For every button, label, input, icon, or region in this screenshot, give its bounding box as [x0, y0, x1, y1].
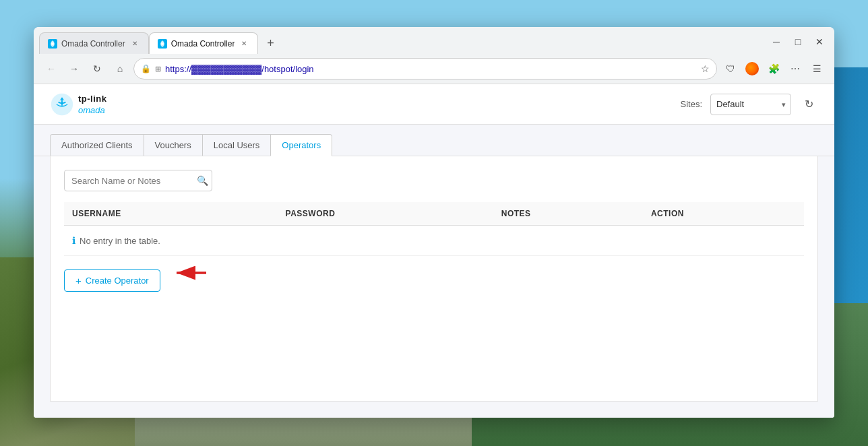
main-panel: 🔍 USERNAME PASSWORD NOTES ACTION	[50, 156, 818, 402]
window-controls: ─ □ ✕	[767, 32, 829, 51]
sites-select-wrap: Default	[710, 94, 791, 115]
forward-button[interactable]: →	[65, 59, 84, 78]
search-input[interactable]	[64, 170, 212, 191]
svg-point-1	[51, 42, 54, 45]
tabs-nav: Authorized Clients Vouchers Local Users …	[34, 125, 834, 156]
address-bar[interactable]: 🔒 ⊞ https://▓▓▓▓▓▓▓▓▓▓▓/hotspot/login ☆	[133, 58, 717, 79]
app-content: tp-link omada Sites: Default ↻ Authorize…	[34, 84, 834, 418]
header-right: Sites: Default ↻	[680, 94, 818, 115]
tab-close-1[interactable]: ✕	[129, 38, 140, 49]
create-operator-button[interactable]: + Create Operator	[64, 269, 160, 292]
red-arrow-svg	[171, 263, 212, 282]
menu-btn[interactable]: ☰	[807, 59, 826, 78]
table-header: USERNAME PASSWORD NOTES ACTION	[64, 202, 804, 226]
search-row: 🔍	[64, 170, 804, 191]
sidebar-toggle-icon: ⊞	[155, 65, 161, 73]
firefox-icon	[745, 62, 759, 75]
table-row-empty: ℹ No entry in the table.	[64, 226, 804, 256]
search-icon[interactable]: 🔍	[197, 175, 208, 186]
tab-favicon-1	[48, 39, 57, 49]
table-header-row: USERNAME PASSWORD NOTES ACTION	[64, 202, 804, 226]
info-icon: ℹ	[72, 235, 75, 246]
brand: tp-link omada	[50, 92, 107, 117]
create-operator-label: Create Operator	[86, 276, 149, 286]
new-tab-button[interactable]: +	[261, 34, 280, 53]
tab-local-users[interactable]: Local Users	[202, 134, 272, 156]
shield-icon-btn[interactable]: 🛡	[721, 59, 740, 78]
browser-tab-2[interactable]: Omada Controller ✕	[149, 32, 259, 54]
tp-link-logo: tp-link omada	[50, 92, 107, 117]
bookmark-star-icon[interactable]: ☆	[701, 63, 710, 74]
tab-operators[interactable]: Operators	[270, 134, 332, 156]
minimize-button[interactable]: ─	[767, 32, 786, 51]
col-action: ACTION	[643, 202, 804, 226]
app-refresh-button[interactable]: ↻	[799, 95, 818, 114]
create-operator-row: + Create Operator	[64, 256, 804, 292]
tab-title-1: Omada Controller	[61, 39, 125, 49]
tp-link-label: tp-link	[78, 94, 107, 104]
sites-label: Sites:	[680, 99, 702, 109]
toolbar-icons: 🛡 🧩 ⋯ ☰	[721, 59, 826, 78]
browser-window: Omada Controller ✕ Omada Controller ✕ +	[34, 27, 834, 418]
tab-bar: Omada Controller ✕ Omada Controller ✕ +	[34, 27, 834, 54]
tab-close-2[interactable]: ✕	[239, 38, 249, 49]
tplink-icon	[50, 92, 74, 117]
omada-label: omada	[78, 105, 107, 115]
table-body: ℹ No entry in the table.	[64, 226, 804, 256]
home-button[interactable]: ⌂	[111, 59, 129, 78]
close-button[interactable]: ✕	[810, 32, 829, 51]
browser-tab-1[interactable]: Omada Controller ✕	[39, 32, 149, 54]
tab-title-2: Omada Controller	[171, 39, 235, 49]
svg-point-3	[161, 42, 164, 45]
tab-vouchers[interactable]: Vouchers	[144, 134, 203, 156]
col-password: PASSWORD	[278, 202, 493, 226]
empty-message: No entry in the table.	[80, 236, 160, 246]
firefox-avatar[interactable]	[743, 59, 762, 78]
operators-table: USERNAME PASSWORD NOTES ACTION ℹ No entr…	[64, 202, 804, 256]
more-tools-btn[interactable]: ⋯	[786, 59, 805, 78]
empty-cell: ℹ No entry in the table.	[64, 226, 804, 256]
browser-chrome: Omada Controller ✕ Omada Controller ✕ +	[34, 27, 834, 84]
back-button[interactable]: ←	[42, 59, 61, 78]
tab-authorized-clients[interactable]: Authorized Clients	[50, 134, 144, 156]
arrow-annotation	[171, 263, 212, 285]
col-notes: NOTES	[493, 202, 643, 226]
address-bar-row: ← → ↻ ⌂ 🔒 ⊞ https://▓▓▓▓▓▓▓▓▓▓▓/hotspot/…	[34, 54, 834, 84]
plus-icon: +	[75, 275, 82, 286]
red-arrow-icon	[171, 263, 212, 282]
brand-text: tp-link omada	[78, 94, 107, 115]
address-url: https://▓▓▓▓▓▓▓▓▓▓▓/hotspot/login	[165, 64, 697, 74]
reload-button[interactable]: ↻	[88, 59, 106, 78]
maximize-button[interactable]: □	[788, 32, 807, 51]
col-username: USERNAME	[64, 202, 278, 226]
search-input-wrap: 🔍	[64, 170, 212, 191]
extension-icon-btn[interactable]: 🧩	[764, 59, 783, 78]
app-header: tp-link omada Sites: Default ↻	[34, 84, 834, 125]
sites-select[interactable]: Default	[710, 94, 791, 115]
tab-favicon-2	[158, 39, 167, 49]
lock-icon: 🔒	[141, 64, 151, 73]
